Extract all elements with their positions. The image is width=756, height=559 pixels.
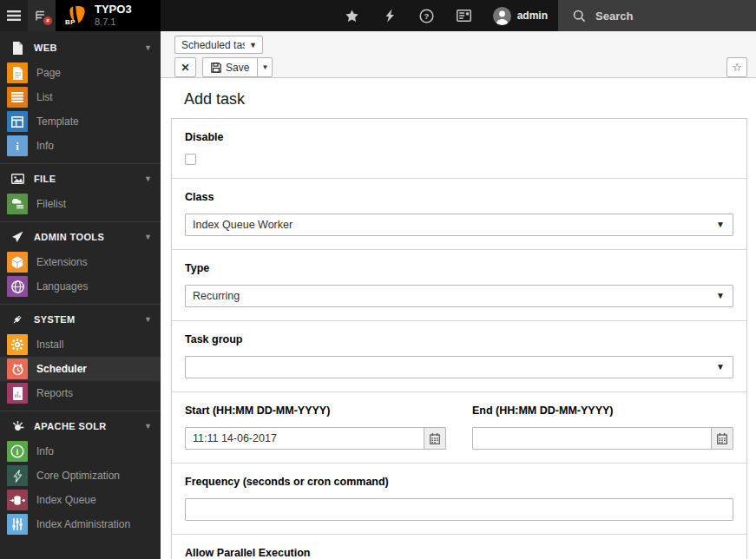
chevron-down-icon: ▼ xyxy=(144,315,152,324)
lightning-icon xyxy=(7,465,28,486)
section-type: Type Recurring ▼ xyxy=(172,250,746,321)
module-group-label: FILE xyxy=(34,174,56,184)
image-icon xyxy=(10,174,25,184)
chevron-down-icon: ▼ xyxy=(144,43,152,52)
brand[interactable]: BP TYPO3 8.7.1 xyxy=(56,0,161,31)
sidebar-item-reports[interactable]: Reports xyxy=(0,381,161,405)
type-select[interactable]: Recurring xyxy=(185,285,733,307)
brand-text: TYPO3 8.7.1 xyxy=(95,3,132,28)
end-field-group: End (HH:MM DD-MM-YYYY) xyxy=(472,404,733,450)
module-group-system: SYSTEM ▼ Install Scheduler xyxy=(0,304,161,411)
sidebar-item-filelist[interactable]: Filelist xyxy=(0,192,161,216)
task-group-select[interactable] xyxy=(185,356,733,378)
sidebar-item-info[interactable]: i Info xyxy=(0,134,161,158)
function-select[interactable]: Scheduled tasks xyxy=(174,36,263,54)
module-content: Scheduled tasks ▼ ✕ Save ▼ xyxy=(161,31,756,559)
menu-toggle-button[interactable] xyxy=(0,0,28,31)
list-icon xyxy=(7,87,28,108)
sidebar-item-index-queue[interactable]: Index Queue xyxy=(0,488,161,512)
bookmark-button[interactable]: ☆ xyxy=(726,57,747,77)
class-select[interactable]: Index Queue Worker xyxy=(185,214,733,236)
module-body: Add task Disable Class Index Queue Worke… xyxy=(161,78,756,559)
star-outline-icon: ☆ xyxy=(732,61,742,74)
start-calendar-button[interactable] xyxy=(424,427,446,450)
systeminfo-button[interactable] xyxy=(451,0,477,31)
section-disable: Disable xyxy=(172,119,746,179)
start-field-group: Start (HH:MM DD-MM-YYYY) xyxy=(185,404,446,450)
sidebar-item-index-administration[interactable]: Index Administration xyxy=(0,512,161,536)
globe-icon xyxy=(7,276,28,297)
disable-label: Disable xyxy=(185,131,733,143)
hamburger-icon xyxy=(7,10,21,21)
start-input[interactable] xyxy=(185,427,424,450)
topbar-spacer xyxy=(161,0,327,31)
sliders-icon xyxy=(7,514,28,535)
brand-name: TYPO3 xyxy=(95,3,132,16)
module-group-header-admin-tools[interactable]: ADMIN TOOLS ▼ xyxy=(0,224,161,250)
document-icon xyxy=(10,42,25,55)
section-class: Class Index Queue Worker ▼ xyxy=(172,179,746,250)
class-label: Class xyxy=(185,191,733,203)
plug-icon xyxy=(10,313,25,326)
database-arrows-icon xyxy=(7,490,28,510)
avatar xyxy=(493,7,511,25)
logo-badge: BP xyxy=(65,18,76,26)
opendocs-button[interactable]: × xyxy=(28,0,56,31)
docheader-buttons-row: ✕ Save ▼ xyxy=(174,57,747,77)
save-options-button[interactable]: ▼ xyxy=(257,57,273,77)
person-icon xyxy=(493,7,511,25)
sidebar-item-install[interactable]: Install xyxy=(0,332,161,357)
bookmarks-button[interactable] xyxy=(339,0,365,31)
typo3-logo-icon: BP xyxy=(67,4,88,27)
template-icon xyxy=(7,111,28,132)
report-icon xyxy=(7,383,28,404)
close-button[interactable]: ✕ xyxy=(174,57,196,77)
search-label: Search xyxy=(595,10,633,23)
svg-text:i: i xyxy=(16,140,19,152)
close-icon: ✕ xyxy=(181,62,189,74)
sidebar-item-page[interactable]: Page xyxy=(0,61,161,85)
module-group-web: WEB ▼ Page List xyxy=(0,31,161,163)
chevron-down-icon: ▼ xyxy=(261,63,268,71)
filelist-icon xyxy=(7,194,28,214)
disable-checkbox[interactable] xyxy=(185,154,196,165)
module-group-header-file[interactable]: FILE ▼ xyxy=(0,166,161,192)
frequency-input[interactable] xyxy=(185,498,733,521)
search-icon xyxy=(573,10,586,23)
module-group-header-web[interactable]: WEB ▼ xyxy=(0,35,161,61)
chevron-down-icon: ▼ xyxy=(144,174,152,183)
end-calendar-button[interactable] xyxy=(711,427,733,450)
module-group-header-apache-solr[interactable]: APACHE SOLR ▼ xyxy=(0,413,161,439)
sidebar-item-languages[interactable]: Languages xyxy=(0,274,161,299)
info-icon: i xyxy=(7,135,28,156)
parallel-label: Allow Parallel Execution xyxy=(185,547,733,559)
sidebar-item-scheduler[interactable]: Scheduler xyxy=(0,357,161,381)
info-circle-icon: i xyxy=(7,441,28,462)
username: admin xyxy=(517,10,548,22)
end-input[interactable] xyxy=(472,427,712,450)
sidebar-item-template[interactable]: Template xyxy=(0,109,161,134)
frequency-label: Frequency (seconds or cron command) xyxy=(185,476,733,488)
add-task-form: Disable Class Index Queue Worker ▼ xyxy=(171,118,747,559)
module-group-header-system[interactable]: SYSTEM ▼ xyxy=(0,306,161,332)
module-group-file: FILE ▼ Filelist xyxy=(0,163,161,221)
section-start-end: Start (HH:MM DD-MM-YYYY) End (HH:MM DD-M… xyxy=(172,392,746,464)
clear-cache-button[interactable] xyxy=(377,0,403,31)
sidebar-item-extensions[interactable]: Extensions xyxy=(0,250,161,274)
chevron-down-icon: ▼ xyxy=(144,422,152,431)
star-icon xyxy=(345,9,359,23)
topbar-tools: ? xyxy=(327,0,490,31)
sidebar-item-list[interactable]: List xyxy=(0,85,161,109)
page-icon xyxy=(7,62,28,83)
type-label: Type xyxy=(185,262,733,274)
module-group-label: ADMIN TOOLS xyxy=(34,232,104,242)
search-bar[interactable]: Search xyxy=(558,0,756,31)
save-button[interactable]: Save xyxy=(202,57,258,77)
help-button[interactable]: ? xyxy=(414,0,440,31)
section-task-group: Task group ▼ xyxy=(172,321,746,392)
sidebar-item-core-optimization[interactable]: Core Optimization xyxy=(0,464,161,488)
user-menu[interactable]: admin xyxy=(490,0,558,31)
help-icon: ? xyxy=(419,9,434,23)
sidebar-item-solr-info[interactable]: i Info xyxy=(0,439,161,464)
chevron-down-icon: ▼ xyxy=(144,233,152,241)
